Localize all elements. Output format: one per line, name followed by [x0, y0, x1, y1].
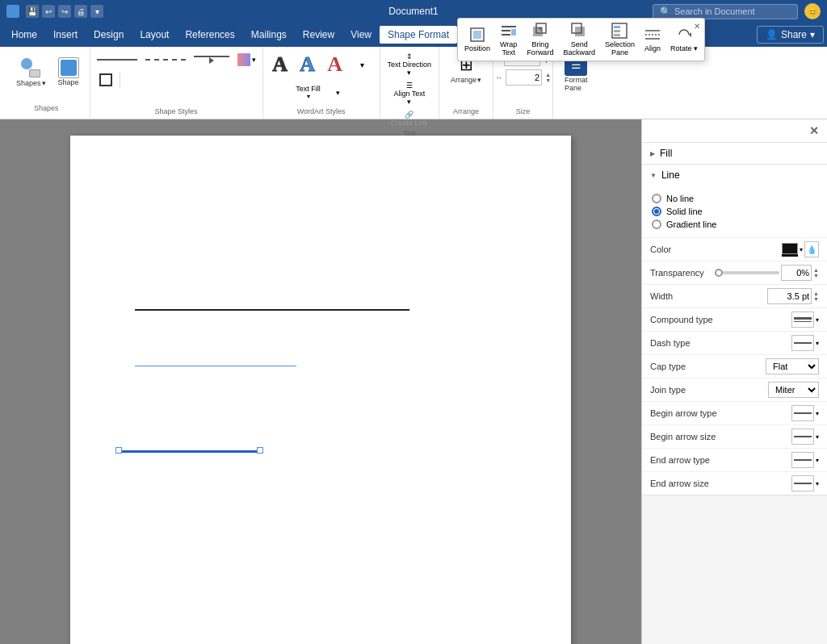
- transparency-down-icon[interactable]: ▼: [813, 273, 819, 278]
- width-down-icon[interactable]: ▼: [813, 296, 819, 302]
- dash-type-dropdown-icon[interactable]: ▾: [816, 340, 819, 347]
- begin-arrow-size-control[interactable]: ▾: [791, 429, 819, 445]
- handle-left[interactable]: [115, 447, 122, 454]
- end-arrow-type-btn[interactable]: [791, 452, 814, 468]
- menu-design[interactable]: Design: [86, 26, 132, 44]
- end-arrow-size-control[interactable]: ▾: [791, 475, 819, 491]
- wordart-more-btn[interactable]: ▾: [351, 59, 375, 71]
- begin-arrow-type-btn[interactable]: [791, 405, 814, 421]
- join-type-control[interactable]: Miter Round Bevel: [768, 382, 819, 398]
- gradient-line-radio[interactable]: [652, 220, 661, 229]
- customize-icon[interactable]: ▾: [90, 5, 103, 18]
- compound-type-btn[interactable]: [791, 312, 814, 328]
- menu-layout[interactable]: Layout: [132, 26, 177, 44]
- size-width-up-icon[interactable]: ▲: [545, 72, 551, 77]
- fill-section-header[interactable]: ▶ Fill: [642, 143, 827, 164]
- wordart-style-3[interactable]: A: [323, 50, 347, 79]
- line-style-thin[interactable]: [94, 52, 141, 68]
- end-arrow-type-control[interactable]: ▾: [791, 452, 819, 468]
- document-canvas[interactable]: Position Wrap Text Bring Forward Send Ba…: [0, 119, 641, 644]
- redo-icon[interactable]: ↪: [58, 5, 71, 18]
- no-line-label: No line: [666, 194, 694, 203]
- shapes-group: Shapes ▾ Shape Shapes: [3, 47, 90, 119]
- wordart-style-2[interactable]: A: [296, 50, 320, 79]
- begin-arrow-type-dropdown-icon[interactable]: ▾: [816, 410, 819, 417]
- line-options: No line Solid line Gradient line: [642, 186, 827, 237]
- width-spinner[interactable]: ▲ ▼: [813, 291, 819, 302]
- color-underline: [782, 254, 798, 257]
- shape-move-button[interactable]: Shape: [54, 55, 83, 89]
- selected-line-container[interactable]: [115, 446, 264, 458]
- line-section-header[interactable]: ▼ Line: [642, 165, 827, 186]
- no-line-radio[interactable]: [652, 194, 661, 203]
- color-control[interactable]: ▾ 💧: [782, 241, 819, 257]
- menu-shape-format[interactable]: Shape Format: [380, 26, 457, 44]
- line-selected[interactable]: [121, 450, 258, 453]
- search-box[interactable]: 🔍 Search in Document: [653, 4, 798, 19]
- pane-close-btn[interactable]: ✕: [809, 124, 819, 137]
- user-avatar[interactable]: 😊: [804, 3, 821, 19]
- text-fill-btn[interactable]: Text Fill ▾: [292, 82, 325, 102]
- dash-type-control[interactable]: ▾: [791, 335, 819, 351]
- line-thick[interactable]: [135, 309, 409, 311]
- width-label: Width: [650, 291, 764, 301]
- shape-outline-btn[interactable]: [94, 72, 118, 88]
- join-type-select[interactable]: Miter Round Bevel: [768, 382, 819, 398]
- menu-view[interactable]: View: [342, 26, 380, 44]
- create-link-label: Create Link: [391, 119, 428, 127]
- solid-line-option[interactable]: Solid line: [652, 205, 817, 218]
- menu-references[interactable]: References: [177, 26, 242, 44]
- solid-line-label: Solid line: [666, 207, 703, 216]
- gradient-line-option[interactable]: Gradient line: [652, 218, 817, 231]
- line-thin-blue[interactable]: [135, 366, 296, 366]
- menu-mailings[interactable]: Mailings: [243, 26, 295, 44]
- end-arrow-size-row: End arrow size ▾: [642, 471, 827, 495]
- color-eyedropper-btn[interactable]: 💧: [804, 241, 819, 257]
- begin-arrow-size-btn[interactable]: [791, 429, 814, 445]
- wordart-style-1[interactable]: A: [268, 50, 292, 79]
- save-icon[interactable]: 💾: [26, 5, 39, 18]
- begin-arrow-size-dropdown-icon[interactable]: ▾: [816, 433, 819, 441]
- size-width-spinner[interactable]: ▲ ▼: [545, 72, 551, 83]
- end-arrow-type-dropdown-icon[interactable]: ▾: [816, 457, 819, 464]
- share-button[interactable]: 👤 Share ▾: [757, 26, 824, 44]
- text-direction-btn[interactable]: ⇕ Text Direction ▾: [384, 50, 436, 79]
- compound-type-control[interactable]: ▾: [791, 312, 819, 328]
- line-style-arrow[interactable]: [191, 52, 233, 68]
- shape-styles-label: Shape Styles: [155, 107, 198, 115]
- shapes-button[interactable]: Shapes ▾: [10, 53, 52, 90]
- cap-type-control[interactable]: Flat Round Square: [766, 358, 819, 374]
- width-up-icon[interactable]: ▲: [813, 291, 819, 296]
- text-outline-btn[interactable]: ▾: [326, 82, 351, 102]
- end-arrow-size-btn[interactable]: [791, 475, 814, 491]
- undo-icon[interactable]: ↩: [42, 5, 55, 18]
- begin-arrow-type-control[interactable]: ▾: [791, 405, 819, 421]
- color-dropdown-icon[interactable]: ▾: [800, 246, 803, 253]
- menu-home[interactable]: Home: [3, 26, 45, 44]
- transparency-control: ▲ ▼: [715, 265, 819, 281]
- align-text-btn[interactable]: ☰ Align Text ▾: [389, 79, 429, 108]
- cap-type-select[interactable]: Flat Round Square: [766, 358, 819, 374]
- menu-insert[interactable]: Insert: [45, 26, 86, 44]
- transparency-up-icon[interactable]: ▲: [813, 267, 819, 273]
- compound-type-dropdown-icon[interactable]: ▾: [816, 316, 819, 324]
- slider-thumb[interactable]: [715, 269, 723, 277]
- end-arrow-size-dropdown-icon[interactable]: ▾: [816, 480, 819, 487]
- size-width-input[interactable]: [506, 69, 542, 86]
- handle-right[interactable]: [257, 447, 263, 454]
- transparency-spinner[interactable]: ▲ ▼: [813, 267, 819, 278]
- solid-line-radio[interactable]: [652, 207, 661, 216]
- dash-type-btn[interactable]: [791, 335, 814, 351]
- print-icon[interactable]: 🖨: [74, 5, 87, 18]
- color-swatch[interactable]: [782, 243, 798, 254]
- line-style-dashed[interactable]: [142, 52, 189, 68]
- width-input[interactable]: [767, 288, 812, 304]
- transparency-slider[interactable]: [715, 271, 779, 274]
- create-link-btn[interactable]: 🔗 Create Link: [387, 108, 432, 129]
- shape-fill-dropdown[interactable]: ▾: [234, 52, 259, 68]
- menu-review[interactable]: Review: [295, 26, 342, 44]
- line-section: ▼ Line No line Solid line: [642, 165, 827, 496]
- transparency-input[interactable]: [781, 265, 812, 281]
- no-line-option[interactable]: No line: [652, 192, 817, 205]
- size-width-down-icon[interactable]: ▼: [545, 77, 551, 83]
